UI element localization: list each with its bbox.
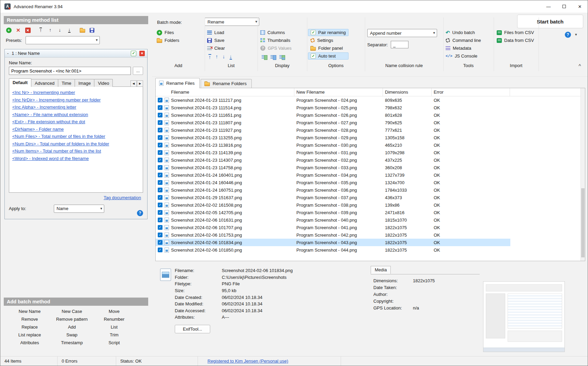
apply-to-select[interactable]: Name	[54, 205, 104, 213]
batch-method-renumber[interactable]: Renumber	[93, 317, 135, 322]
open-presets-button[interactable]	[79, 27, 86, 34]
method-tab-default[interactable]: Default	[9, 78, 31, 87]
batch-method-attributes[interactable]: Attributes	[9, 340, 51, 345]
presets-select[interactable]	[26, 36, 100, 44]
row-checkbox[interactable]: ✓	[158, 203, 163, 207]
batch-method-new-case[interactable]: New Case	[51, 309, 93, 314]
tab-scroll-left-button[interactable]: ◀	[130, 80, 137, 87]
remove-method-button[interactable]: ✕	[15, 27, 22, 34]
row-checkbox[interactable]: ✓	[158, 98, 163, 102]
row-checkbox[interactable]: ✓	[158, 218, 163, 222]
clear-list-button[interactable]: Clear	[207, 45, 225, 52]
method-tab-video[interactable]: Video	[94, 79, 113, 87]
table-row[interactable]: ✓Screenshot 2024-01-23 111217.pngProgram…	[156, 96, 510, 104]
scrollbar-thumb[interactable]	[581, 188, 585, 257]
batch-method-list-replace[interactable]: List replace	[9, 332, 51, 337]
method-enabled-icon[interactable]: ✓	[131, 51, 136, 56]
batch-method-trim[interactable]: Trim	[93, 332, 135, 337]
row-checkbox[interactable]: ✓	[158, 248, 163, 252]
table-row[interactable]: ✓Screenshot 2024-02-06 101631.pngProgram…	[156, 216, 510, 224]
batch-method-remove[interactable]: Remove	[9, 317, 51, 322]
table-row[interactable]: ✓Screenshot 2024-01-23 113816.pngProgram…	[156, 141, 510, 149]
folder-panel-toggle[interactable]: Folder panel	[310, 45, 349, 52]
help-dropdown-icon[interactable]: ▾	[575, 32, 577, 37]
row-checkbox[interactable]: ✓	[158, 135, 163, 140]
undo-batch-button[interactable]: ↶Undo batch	[446, 29, 481, 36]
row-checkbox[interactable]: ✓	[158, 225, 163, 230]
ribbon-collapse-button[interactable]: ^	[578, 63, 581, 68]
table-row[interactable]: ✓Screenshot 2024-01-24 160446.pngProgram…	[156, 179, 510, 186]
tag-link[interactable]: <Name> - File name without extension	[12, 111, 88, 118]
table-row[interactable]: ✓Screenshot 2024-01-23 113255.pngProgram…	[156, 134, 510, 141]
tag-link[interactable]: <Inc Alpha> - Incrementing letter	[12, 104, 76, 111]
table-row[interactable]: ✓Screenshot 2024-02-06 101753.pngProgram…	[156, 231, 510, 239]
save-list-button[interactable]: Save	[207, 37, 225, 44]
start-batch-button[interactable]: Start batch	[517, 15, 583, 28]
table-row[interactable]: ✓Screenshot 2024-02-05 142705.pngProgram…	[156, 209, 510, 216]
row-checkbox[interactable]: ✓	[158, 143, 163, 147]
column-header-dimensions[interactable]: Dimensions	[383, 88, 432, 96]
method-tab-image[interactable]: Image	[75, 79, 94, 87]
small-thumbnails-icon[interactable]	[270, 55, 276, 60]
tag-link[interactable]: <Word> - Indexed word of the filename	[12, 155, 89, 162]
tag-link[interactable]: <Ext> - File extension without the dot	[12, 118, 85, 126]
move-method-down-button[interactable]: ↓	[56, 27, 63, 34]
column-header-error[interactable]: Error	[432, 88, 510, 96]
exiftool-button[interactable]: ExifTool...	[175, 325, 210, 333]
table-row[interactable]: ✓Screenshot 2024-01-23 111927.pngProgram…	[156, 126, 510, 134]
table-row[interactable]: ✓Screenshot 2024-01-29 151637.pngProgram…	[156, 194, 510, 201]
tag-link[interactable]: <DirName> - Folder name	[12, 126, 64, 133]
row-checkbox[interactable]: ✓	[158, 105, 163, 110]
files-from-csv-button[interactable]: Files from CSV	[497, 29, 534, 36]
list-move-bottom-button[interactable]: ↓	[230, 54, 232, 60]
row-checkbox[interactable]: ✓	[158, 210, 163, 215]
add-folders-button[interactable]: Folders	[157, 37, 179, 44]
row-checkbox[interactable]: ✓	[158, 158, 163, 162]
row-checkbox[interactable]: ✓	[158, 240, 163, 245]
command-line-button[interactable]: Command line	[446, 37, 481, 44]
save-preset-button[interactable]	[88, 27, 95, 34]
batch-method-add[interactable]: Add	[51, 324, 93, 330]
pair-renaming-toggle[interactable]: ✓Pair renaming	[308, 29, 349, 36]
auto-test-toggle[interactable]: ✓Auto test	[308, 52, 349, 60]
table-row[interactable]: ✓Screenshot 2024-01-23 114758.pngProgram…	[156, 164, 510, 171]
metadata-button[interactable]: Metadata	[446, 45, 481, 52]
table-row[interactable]: ✓Screenshot 2024-01-23 111651.pngProgram…	[156, 111, 510, 119]
media-tab[interactable]: Media	[371, 266, 391, 274]
separator-input[interactable]	[391, 41, 408, 48]
column-header-filename[interactable]: Filename	[156, 88, 294, 96]
row-checkbox[interactable]: ✓	[158, 188, 163, 192]
method-tab-advanced[interactable]: Advanced	[31, 79, 58, 87]
move-method-top-button[interactable]: ↑	[37, 27, 44, 34]
load-list-button[interactable]: Load	[207, 29, 225, 36]
row-checkbox[interactable]: ✓	[158, 233, 163, 237]
row-checkbox[interactable]: ✓	[158, 173, 163, 177]
table-row[interactable]: ✓Screenshot 2024-01-23 111514.pngProgram…	[156, 104, 510, 111]
help-button[interactable]: ?	[565, 32, 571, 38]
tag-link[interactable]: <Num Items> - Total number of files in t…	[12, 147, 101, 155]
data-from-csv-button[interactable]: Data from CSV	[497, 37, 534, 44]
tag-link[interactable]: <Num Files> - Total number of files in t…	[12, 133, 105, 140]
registration-link[interactable]: Registered to Kim Jensen (Personal use)	[207, 359, 288, 364]
method-tab-time[interactable]: Time	[58, 79, 75, 87]
row-checkbox[interactable]: ✓	[158, 180, 163, 185]
table-row[interactable]: ✓Screenshot 2024-02-06 101850.pngProgram…	[156, 246, 510, 254]
settings-button[interactable]: Settings	[310, 37, 349, 44]
list-move-down-button[interactable]: ↓	[222, 54, 225, 60]
tag-link[interactable]: <Num Dirs> - Total number of folders in …	[12, 140, 109, 148]
batch-method-list[interactable]: List	[93, 324, 135, 330]
method-delete-icon[interactable]: ✕	[139, 51, 145, 56]
table-row[interactable]: ✓Screenshot 2024-02-06 101707.pngProgram…	[156, 224, 510, 231]
row-checkbox[interactable]: ✓	[158, 128, 163, 132]
row-checkbox[interactable]: ✓	[158, 195, 163, 200]
batch-method-move[interactable]: Move	[93, 309, 135, 314]
table-row[interactable]: ✓Screenshot 2024-01-24 160751.pngProgram…	[156, 186, 510, 194]
add-files-button[interactable]: +Files	[157, 29, 179, 36]
list-move-up-button[interactable]: ↑	[216, 54, 218, 60]
method-title-bar[interactable]: - 1 : New Name ✓ ✕	[5, 49, 147, 58]
tag-documentation-link[interactable]: Tag documentation	[104, 195, 141, 200]
column-header-new-filename[interactable]: New Filename	[294, 88, 383, 96]
gps-values-button[interactable]: ?GPS Values	[260, 45, 292, 52]
new-name-input[interactable]	[9, 67, 131, 75]
row-checkbox[interactable]: ✓	[158, 120, 163, 125]
